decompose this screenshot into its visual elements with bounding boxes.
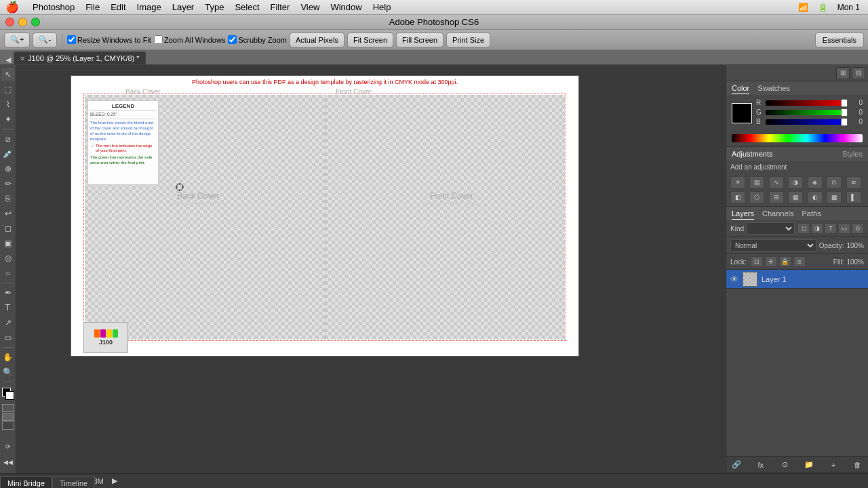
tab-close-button[interactable]: ✕ [20, 55, 25, 62]
levels-icon[interactable]: ▤ [749, 176, 764, 188]
adjust-filter-icon[interactable]: ◑ [811, 223, 823, 234]
path-selection-tool[interactable]: ↗ [1, 316, 15, 329]
g-slider[interactable] [766, 110, 848, 115]
menu-filter[interactable]: Filter [265, 1, 296, 14]
apple-menu[interactable]: 🍎 [5, 1, 19, 14]
blend-mode-select[interactable]: Normal [730, 239, 816, 251]
lasso-tool[interactable]: ⌇ [1, 98, 15, 111]
collapse-tools-icon[interactable]: ◀◀ [1, 455, 15, 469]
menu-select[interactable]: Select [229, 1, 264, 14]
invert-icon[interactable]: ◐ [808, 191, 823, 203]
close-button[interactable] [5, 18, 14, 26]
mini-bridge-tab[interactable]: Mini Bridge [0, 476, 52, 488]
lock-pixels-icon[interactable]: ⊡ [751, 256, 763, 267]
posterize-icon[interactable]: ▩ [827, 191, 842, 203]
hue-saturation-icon[interactable]: ⊙ [827, 176, 842, 188]
crop-tool[interactable]: ⧄ [1, 132, 15, 146]
color-balance-icon[interactable]: ≋ [846, 176, 861, 188]
layers-tab[interactable]: Layers [732, 208, 754, 220]
fill-screen-button[interactable]: Fill Screen [396, 33, 443, 47]
minimize-button[interactable] [18, 18, 27, 26]
menu-file[interactable]: File [80, 1, 105, 14]
panel-icon-2[interactable]: ⊟ [852, 67, 865, 79]
create-layer-icon[interactable]: + [827, 460, 840, 470]
actual-pixels-button[interactable]: Actual Pixels [290, 33, 344, 47]
eraser-tool[interactable]: ◻ [1, 222, 15, 235]
r-slider[interactable] [766, 100, 848, 106]
link-layers-icon[interactable]: 🔗 [730, 460, 743, 470]
menu-type[interactable]: Type [199, 1, 229, 14]
b-slider[interactable] [766, 119, 848, 125]
create-group-icon[interactable]: 📁 [803, 460, 815, 470]
screen-mode-full-menu[interactable] [2, 413, 14, 421]
move-tool[interactable]: ↖ [1, 68, 15, 81]
resize-windows-input[interactable] [67, 35, 76, 44]
color-selector[interactable] [2, 388, 14, 400]
black-white-icon[interactable]: ◧ [730, 191, 745, 203]
layer-visibility-icon[interactable]: 👁 [730, 274, 738, 284]
menu-layer[interactable]: Layer [167, 1, 200, 14]
canvas-area[interactable]: Photoshop users can use this PDF as a de… [16, 65, 726, 473]
gradient-tool[interactable]: ▣ [1, 237, 15, 250]
clone-stamp-tool[interactable]: ⎘ [1, 192, 15, 205]
pen-tool[interactable]: ✒ [1, 286, 15, 300]
exposure-icon[interactable]: ◑ [788, 176, 803, 188]
type-filter-icon[interactable]: T [825, 223, 837, 234]
menu-view[interactable]: View [295, 1, 325, 14]
pixel-filter-icon[interactable]: ◻ [797, 223, 810, 234]
panel-icon-1[interactable]: ⊞ [836, 67, 850, 79]
hand-tool[interactable]: ✋ [1, 350, 15, 364]
layer-1-item[interactable]: 👁 Layer 1 [726, 270, 868, 289]
play-icon[interactable]: ▶ [112, 476, 117, 485]
swatches-tab[interactable]: Swatches [757, 83, 790, 94]
shape-tool[interactable]: ▭ [1, 331, 15, 344]
lock-position-icon[interactable]: ✛ [765, 256, 777, 267]
tab-scroll-left[interactable]: ◀ [3, 56, 14, 64]
adjustments-header[interactable]: Adjustments Styles [726, 147, 868, 161]
marquee-tool[interactable]: ⬚ [1, 83, 15, 96]
lock-artboards-icon[interactable]: ⧆ [793, 256, 806, 267]
brush-tool[interactable]: ✏ [1, 177, 15, 190]
document-tab[interactable]: ✕ J100 @ 25% (Layer 1, CMYK/8) * [14, 52, 146, 64]
color-panel-header[interactable]: Color Swatches [726, 81, 868, 95]
rotate-view-icon[interactable]: ⟳ [1, 440, 15, 453]
menu-image[interactable]: Image [132, 1, 167, 14]
magic-wand-tool[interactable]: ✦ [1, 113, 15, 126]
photo-filter-icon[interactable]: ⬡ [749, 191, 764, 203]
shape-filter-icon[interactable]: ▭ [838, 223, 850, 234]
styles-tab[interactable]: Styles [842, 150, 863, 158]
fit-screen-button[interactable]: Fit Screen [347, 33, 393, 47]
screen-mode-full[interactable] [2, 422, 14, 430]
history-brush-tool[interactable]: ↩ [1, 207, 15, 220]
color-spectrum[interactable] [732, 134, 863, 142]
lock-all-icon[interactable]: 🔒 [779, 256, 791, 267]
menu-edit[interactable]: Edit [105, 1, 131, 14]
menu-window[interactable]: Window [325, 1, 367, 14]
color-tab[interactable]: Color [732, 83, 749, 94]
paths-tab[interactable]: Paths [802, 208, 821, 219]
delete-layer-icon[interactable]: 🗑 [852, 460, 864, 470]
color-lookup-icon[interactable]: ▦ [788, 191, 803, 203]
eyedropper-tool[interactable]: 💉 [1, 147, 15, 161]
menu-help[interactable]: Help [368, 1, 397, 14]
type-tool[interactable]: T [1, 301, 15, 314]
print-size-button[interactable]: Print Size [446, 33, 490, 47]
zoom-out-button[interactable]: 🔍- [33, 33, 57, 47]
blur-tool[interactable]: ◎ [1, 251, 15, 265]
timeline-tab[interactable]: Timeline [52, 476, 95, 488]
maximize-button[interactable] [31, 18, 40, 26]
zoom-all-input[interactable] [154, 35, 163, 44]
brightness-contrast-icon[interactable]: ☀ [730, 176, 745, 188]
smart-filter-icon[interactable]: ⊙ [852, 223, 864, 234]
vibrance-icon[interactable]: ◈ [808, 176, 823, 188]
zoom-tool[interactable]: 🔍 [1, 365, 15, 379]
kind-select[interactable] [747, 222, 795, 235]
healing-tool[interactable]: ⊕ [1, 162, 15, 176]
channels-tab[interactable]: Channels [762, 208, 793, 219]
channel-mixer-icon[interactable]: ⊞ [769, 191, 784, 203]
resize-windows-checkbox[interactable]: Resize Windows to Fit [67, 35, 151, 44]
adjustments-tab[interactable]: Adjustments [732, 150, 773, 158]
background-color[interactable] [5, 391, 14, 400]
layer-style-icon[interactable]: fx [755, 460, 767, 470]
curves-icon[interactable]: ∿ [769, 176, 784, 188]
